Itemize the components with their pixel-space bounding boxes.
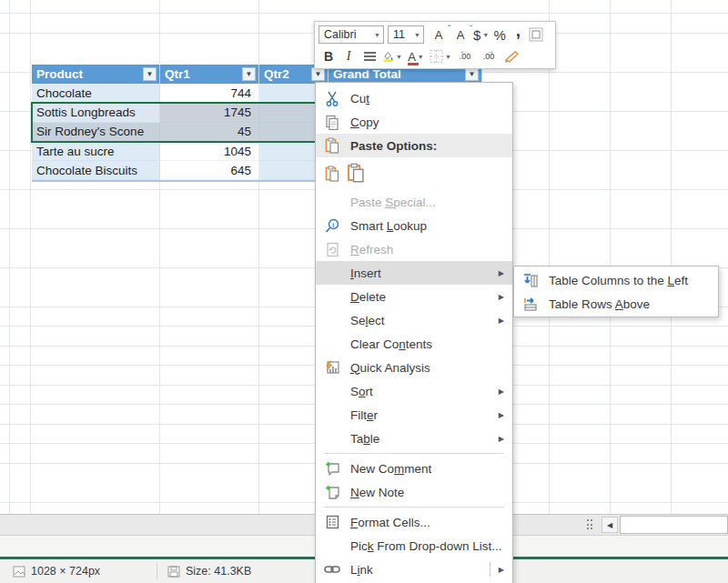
fill-color-button[interactable]: ▼	[380, 46, 404, 66]
menu-item-sort[interactable]: Sort▶	[316, 379, 512, 403]
menu-item-label: Select	[350, 314, 385, 327]
percent-style-button[interactable]: %	[490, 25, 509, 45]
scroll-left-button[interactable]: ◀	[602, 517, 618, 533]
insert-submenu: Table Columns to the LeftTable Rows Abov…	[513, 266, 719, 317]
menu-item-pick-from-drop-down-list[interactable]: Pick From Drop-down List...	[316, 534, 512, 558]
menu-item-insert[interactable]: Insert▶	[316, 261, 512, 285]
cell-product[interactable]: Sir Rodney's Scone	[32, 123, 160, 142]
submenu-item-table-columns-to-the-left[interactable]: Table Columns to the Left	[514, 268, 718, 292]
bold-button[interactable]: B	[318, 46, 339, 66]
menu-item-paste-special[interactable]: Paste Special...	[316, 190, 512, 214]
comma-style-button[interactable]: ,	[509, 25, 527, 45]
arrow-left-icon: ←	[460, 45, 469, 55]
format-painter-button[interactable]	[500, 46, 522, 66]
column-header-label: Product	[36, 67, 83, 81]
menu-item-smart-lookup[interactable]: iSmart Lookup	[316, 214, 512, 237]
grid-icon	[529, 27, 543, 42]
menu-item-delete[interactable]: Delete▶	[316, 285, 512, 308]
chevron-down-icon: ▼	[445, 54, 451, 60]
menu-item-label: Table	[350, 432, 379, 446]
submenu-arrow-icon: ▶	[499, 293, 504, 301]
cell-product[interactable]: Sottis Longbreads	[32, 103, 160, 122]
menu-item-label: Sort	[350, 385, 373, 398]
gridline-vertical	[671, 0, 672, 514]
chevron-down-icon: ▼	[482, 32, 489, 38]
column-header-label: Qtr2	[264, 67, 289, 81]
menu-item-label: Delete	[350, 290, 386, 304]
format-painter-icon	[503, 49, 520, 64]
menu-item-cut[interactable]: Cut	[316, 86, 512, 110]
grow-font-button[interactable]: A ˆ	[428, 25, 450, 45]
menu-item-clear-contents[interactable]: Clear Contents	[316, 332, 512, 356]
menu-separator	[324, 507, 504, 508]
decrease-decimal-button[interactable]: ← .00	[453, 46, 477, 66]
filter-dropdown-button[interactable]: ▼	[311, 67, 325, 81]
menu-item-filter[interactable]: Filter▶	[316, 403, 512, 427]
menu-item-format-cells[interactable]: Format Cells...	[316, 510, 512, 534]
context-menu: CutCopyPaste Options:Paste Special...iSm…	[315, 82, 513, 583]
menu-item-select[interactable]: Select▶	[316, 308, 512, 332]
cell-qtr1[interactable]: 1745	[160, 103, 259, 122]
filter-dropdown-button[interactable]: ▼	[242, 67, 256, 81]
menu-item-label: Filter	[350, 408, 378, 422]
center-button[interactable]	[359, 46, 380, 66]
filter-dropdown-button[interactable]: ▼	[143, 67, 157, 81]
column-header-product[interactable]: Product▼	[32, 65, 160, 84]
font-color-button[interactable]: A ▼	[404, 46, 428, 66]
font-name-select[interactable]: Calibri ▼	[318, 25, 384, 44]
filter-dropdown-button[interactable]: ▼	[465, 67, 479, 81]
menu-item-new-comment[interactable]: New Comment	[316, 457, 512, 480]
mini-formatting-toolbar: Calibri ▼ 11 ▼ A ˆ A ˇ $ ▼ %	[314, 21, 556, 69]
menu-item-label: Refresh	[350, 243, 393, 256]
percent-icon: %	[494, 27, 506, 43]
menu-separator	[324, 453, 504, 454]
cell-product[interactable]: Chocolate	[32, 84, 160, 103]
scrollbar-splitter-handle[interactable]	[587, 519, 594, 530]
cell-qtr1[interactable]: 744	[160, 84, 259, 103]
menu-item-label: Smart Lookup	[350, 219, 427, 233]
borders-button[interactable]: ▼	[428, 46, 453, 66]
menu-item-label: New Note	[350, 486, 404, 499]
horizontal-scrollbar-thumb[interactable]	[620, 516, 728, 534]
menu-item-refresh[interactable]: Refresh	[316, 237, 512, 261]
paste-icon	[347, 163, 365, 186]
menu-item-label: Cut	[350, 92, 369, 106]
menu-item-quick-analysis[interactable]: Quick Analysis	[316, 356, 512, 379]
italic-button[interactable]: I	[339, 46, 359, 66]
shrink-font-button[interactable]: A ˇ	[450, 25, 471, 45]
accounting-format-button[interactable]: $ ▼	[471, 25, 490, 45]
save-disk-icon	[167, 566, 180, 578]
split-divider	[490, 562, 490, 577]
cell-qtr1[interactable]: 45	[160, 123, 259, 142]
cell-qtr1[interactable]: 1045	[160, 142, 259, 161]
new-note-icon	[323, 485, 341, 499]
bold-icon: B	[324, 49, 333, 64]
font-size-select[interactable]: 11 ▼	[388, 25, 424, 44]
cell-product[interactable]: Chocolate Biscuits	[32, 161, 160, 180]
cell-product[interactable]: Tarte au sucre	[32, 142, 160, 161]
chevron-down-icon: ▼	[396, 54, 402, 60]
menu-item-new-note[interactable]: New Note	[316, 480, 512, 504]
menu-item-table[interactable]: Table▶	[316, 427, 512, 450]
gridline-vertical	[30, 0, 31, 514]
column-header-qtr1[interactable]: Qtr1▼	[160, 65, 259, 84]
menu-item-link[interactable]: Link▶	[316, 558, 512, 581]
increase-decimal-button[interactable]: → .00	[477, 46, 500, 66]
submenu-item-label: Table Columns to the Left	[549, 274, 688, 287]
fill-bucket-icon	[382, 49, 394, 64]
menu-item-label: Format Cells...	[350, 516, 430, 529]
font-name-value: Calibri	[324, 28, 369, 41]
new-comment-icon	[323, 461, 341, 476]
menu-item-label: Quick Analysis	[350, 361, 430, 375]
cell-qtr1[interactable]: 645	[160, 161, 259, 180]
align-lines-icon	[363, 51, 377, 62]
paste-option-button[interactable]	[316, 157, 512, 190]
smart-lookup-icon: i	[323, 218, 341, 234]
menu-item-label: Insert	[350, 266, 381, 280]
submenu-item-table-rows-above[interactable]: Table Rows Above	[514, 292, 718, 316]
status-separator	[157, 563, 157, 579]
submenu-arrow-icon: ▶	[499, 566, 504, 574]
menu-item-copy[interactable]: Copy	[316, 110, 512, 134]
submenu-item-label: Table Rows Above	[549, 297, 650, 311]
cell-format-button[interactable]	[527, 25, 545, 45]
